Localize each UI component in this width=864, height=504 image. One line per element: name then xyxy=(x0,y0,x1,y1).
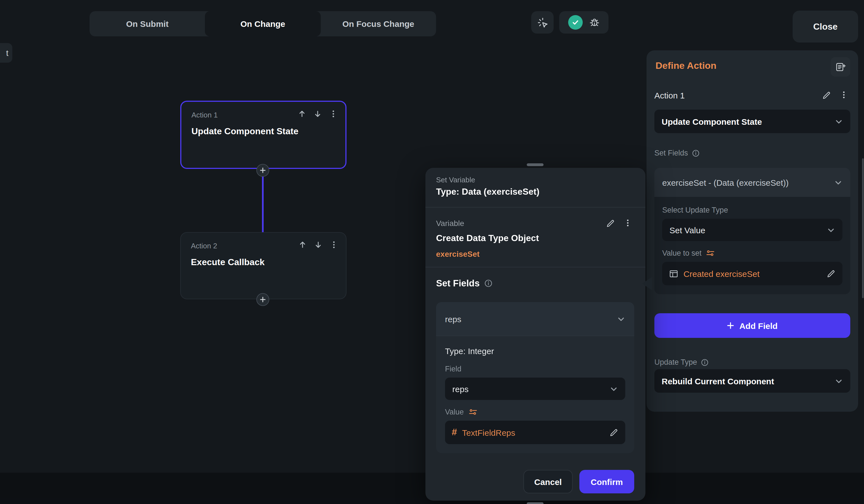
value-to-set-label: Value to set xyxy=(662,249,702,257)
rebuild-select[interactable]: Rebuild Current Component xyxy=(655,369,850,393)
update-type-label: Update Type xyxy=(655,358,697,366)
info-icon[interactable] xyxy=(692,149,700,157)
update-type-select[interactable]: Set Value xyxy=(662,219,842,241)
add-action-button-1[interactable] xyxy=(256,164,269,177)
action-list-button[interactable] xyxy=(831,57,850,77)
action-card-1[interactable]: Action 1 Update Component State xyxy=(180,101,347,169)
variable-name: exerciseSet xyxy=(436,249,480,258)
set-fields-label: Set Fields xyxy=(655,149,688,157)
modal-title: Type: Data (exerciseSet) xyxy=(436,187,539,197)
debug-bug-icon[interactable] xyxy=(589,17,600,28)
field-select[interactable]: exerciseSet - (Data (exerciseSet)) xyxy=(655,168,850,197)
value-input-text: TextFieldReps xyxy=(462,428,604,437)
edit-pencil-icon[interactable] xyxy=(822,90,831,100)
value-to-set-text: Created exerciseSet xyxy=(683,269,821,278)
kebab-menu-icon[interactable] xyxy=(329,110,337,118)
chevron-down-icon xyxy=(834,178,842,186)
field-group-value: reps xyxy=(445,314,461,323)
modal-drag-handle-bottom[interactable] xyxy=(527,502,543,504)
value-input[interactable]: # TextFieldReps xyxy=(445,421,625,444)
field-label: Field xyxy=(445,365,625,373)
add-field-label: Add Field xyxy=(740,321,778,330)
set-fields-group: exerciseSet - (Data (exerciseSet)) Selec… xyxy=(655,168,850,294)
cursor-click-icon xyxy=(537,16,548,28)
clipboard-plus-icon xyxy=(835,62,846,72)
panel-pointer-arrow xyxy=(642,277,652,290)
field-select[interactable]: reps xyxy=(445,378,625,400)
action-card-title: Execute Callback xyxy=(191,257,264,267)
tab-on-change[interactable]: On Change xyxy=(205,11,321,36)
modal-subtitle: Set Variable xyxy=(436,176,475,184)
set-fields-heading: Set Fields xyxy=(436,278,480,288)
divider xyxy=(425,267,645,267)
variable-settings-icon xyxy=(706,249,715,257)
field-select-value: exerciseSet - (Data (exerciseSet)) xyxy=(662,177,789,187)
trigger-tab-bar: On Submit On Change On Focus Change xyxy=(89,11,436,36)
move-down-icon[interactable] xyxy=(314,241,322,249)
variable-section-label: Variable xyxy=(436,219,464,228)
vertical-scrollbar[interactable] xyxy=(862,158,864,298)
modal-drag-handle-top[interactable] xyxy=(527,163,543,166)
add-action-button-2[interactable] xyxy=(256,293,269,306)
value-to-set-field[interactable]: Created exerciseSet xyxy=(662,262,842,285)
action-card-title: Update Component State xyxy=(191,126,298,136)
check-icon xyxy=(571,19,579,26)
info-icon[interactable] xyxy=(701,358,709,366)
action-connector-line xyxy=(262,168,264,233)
field-select-value: reps xyxy=(452,384,469,394)
select-update-type-label: Select Update Type xyxy=(662,206,842,214)
hash-icon: # xyxy=(452,427,457,438)
kebab-menu-icon[interactable] xyxy=(840,90,848,99)
kebab-menu-icon[interactable] xyxy=(330,241,338,249)
validation-check-button[interactable] xyxy=(568,15,583,30)
variable-settings-icon xyxy=(468,408,477,416)
action-type-select[interactable]: Update Component State xyxy=(655,110,850,133)
add-field-button[interactable]: Add Field xyxy=(655,313,850,338)
move-up-icon[interactable] xyxy=(298,241,307,249)
partial-left-button[interactable]: t xyxy=(0,43,12,63)
cancel-button[interactable]: Cancel xyxy=(524,470,573,493)
action-card-label: Action 1 xyxy=(191,111,218,119)
action-card-label: Action 2 xyxy=(191,242,217,250)
plus-icon xyxy=(260,296,266,303)
action-card-2[interactable]: Action 2 Execute Callback xyxy=(180,232,347,299)
variable-title: Create Data Type Object xyxy=(436,233,539,243)
kebab-menu-icon[interactable] xyxy=(624,219,632,227)
define-action-panel: Define Action Action 1 Update Component … xyxy=(647,50,858,412)
field-type-text: Type: Integer xyxy=(445,346,625,356)
confirm-button[interactable]: Confirm xyxy=(579,470,634,493)
edit-pencil-icon[interactable] xyxy=(826,269,836,278)
action-flow-editor: On Submit On Change On Focus Change Clos… xyxy=(0,0,864,504)
test-debug-group xyxy=(559,11,609,34)
value-label: Value xyxy=(445,408,464,416)
field-group: reps Type: Integer Field reps Value xyxy=(436,302,634,453)
info-icon[interactable] xyxy=(484,279,493,287)
chevron-down-icon xyxy=(610,384,618,393)
data-table-icon xyxy=(669,269,679,278)
update-type-value: Set Value xyxy=(670,225,705,235)
chevron-down-icon xyxy=(617,315,625,323)
edit-pencil-icon[interactable] xyxy=(606,219,615,228)
plus-icon xyxy=(727,322,734,329)
tab-on-submit[interactable]: On Submit xyxy=(89,11,205,36)
close-button[interactable]: Close xyxy=(793,11,858,42)
interaction-mode-button[interactable] xyxy=(531,11,554,34)
divider xyxy=(425,207,645,208)
rebuild-value: Rebuild Current Component xyxy=(662,376,774,386)
tab-on-focus-change[interactable]: On Focus Change xyxy=(321,11,436,36)
action-type-value: Update Component State xyxy=(662,116,762,126)
chevron-down-icon xyxy=(835,117,843,126)
field-group-select[interactable]: reps xyxy=(436,302,634,336)
move-up-icon[interactable] xyxy=(298,110,306,118)
chevron-down-icon xyxy=(835,377,843,385)
set-variable-modal: Set Variable Type: Data (exerciseSet) Va… xyxy=(425,168,645,501)
chevron-down-icon xyxy=(827,226,835,234)
plus-icon xyxy=(260,167,266,173)
panel-title: Define Action xyxy=(656,60,717,72)
move-down-icon[interactable] xyxy=(313,110,322,118)
panel-action-label: Action 1 xyxy=(655,90,685,100)
edit-pencil-icon[interactable] xyxy=(609,428,619,437)
